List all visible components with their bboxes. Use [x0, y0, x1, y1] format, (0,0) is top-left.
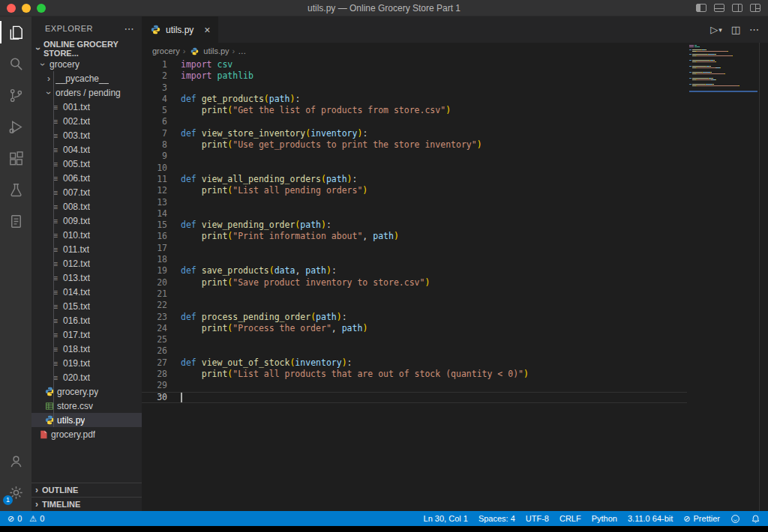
- code-line-4[interactable]: 4def get_products(path):: [142, 94, 687, 105]
- tree-item-011-txt[interactable]: ≡011.txt: [32, 242, 142, 256]
- code-line-25[interactable]: 25: [142, 334, 687, 345]
- activity-explorer[interactable]: [0, 16, 32, 48]
- toggle-panel-icon[interactable]: [714, 4, 724, 12]
- tree-item-orders-pending[interactable]: ›orders / pending: [32, 85, 142, 100]
- tree-item-002-txt[interactable]: ≡002.txt: [32, 114, 142, 128]
- status-python[interactable]: Python: [592, 514, 617, 523]
- tree-item-020-txt[interactable]: ≡020.txt: [32, 370, 142, 384]
- tree-item-018-txt[interactable]: ≡018.txt: [32, 342, 142, 356]
- tree-item-017-txt[interactable]: ≡017.txt: [32, 327, 142, 342]
- code-line-15[interactable]: 15def view_pending_order(path):: [142, 220, 687, 231]
- feedback-button[interactable]: [730, 514, 740, 524]
- code-line-30[interactable]: 30: [142, 392, 687, 403]
- code-line-11[interactable]: 11def view_all_pending_orders(path):: [142, 174, 687, 185]
- activity-search[interactable]: [0, 48, 32, 79]
- activity-run-debug[interactable]: [0, 111, 32, 142]
- tree-item-001-txt[interactable]: ≡001.txt: [32, 100, 142, 114]
- tree-item-007-txt[interactable]: ≡007.txt: [32, 185, 142, 199]
- code-line-7[interactable]: 7def view_store_inventory(inventory):: [142, 128, 687, 139]
- tree-item-003-txt[interactable]: ≡003.txt: [32, 128, 142, 142]
- explorer-more-actions-icon[interactable]: ⋯: [124, 23, 135, 34]
- code-line-3[interactable]: 3: [142, 82, 687, 94]
- workspace-section-header[interactable]: › ONLINE GROCERY STORE...: [32, 40, 142, 57]
- code-line-18[interactable]: 18: [142, 254, 687, 265]
- tree-item-005-txt[interactable]: ≡005.txt: [32, 157, 142, 171]
- status-ln-30-col-1[interactable]: Ln 30, Col 1: [424, 514, 468, 523]
- code-line-20[interactable]: 20 print("Save product inventory to stor…: [142, 277, 687, 288]
- tree-item-pycache[interactable]: ›__pycache__: [32, 71, 142, 85]
- tree-item-019-txt[interactable]: ≡019.txt: [32, 356, 142, 370]
- tree-item-grocery-pdf[interactable]: grocery.pdf: [32, 427, 142, 441]
- code-line-9[interactable]: 9: [142, 151, 687, 162]
- code-line-24[interactable]: 24 print("Process the order", path): [142, 323, 687, 334]
- code-line-14[interactable]: 14: [142, 208, 687, 220]
- account-button[interactable]: [0, 445, 32, 477]
- code-line-26[interactable]: 26: [142, 345, 687, 357]
- notifications-button[interactable]: [751, 514, 760, 524]
- code-line-16[interactable]: 16 print("Print information about", path…: [142, 231, 687, 242]
- code-line-8[interactable]: 8 print("Use get_products to print the s…: [142, 139, 687, 151]
- status-crlf[interactable]: CRLF: [560, 514, 581, 523]
- code-line-21[interactable]: 21: [142, 288, 687, 300]
- status-warnings-icon[interactable]: ⚠0: [29, 514, 44, 524]
- tree-item-012-txt[interactable]: ≡012.txt: [32, 256, 142, 270]
- activity-notes[interactable]: [0, 205, 32, 237]
- settings-badge: 1: [3, 495, 13, 505]
- code-line-22[interactable]: 22: [142, 300, 687, 311]
- code-line-19[interactable]: 19def save_products(data, path):: [142, 265, 687, 276]
- breadcrumb-symbol[interactable]: …: [238, 46, 246, 55]
- tree-item-016-txt[interactable]: ≡016.txt: [32, 313, 142, 327]
- close-window-button[interactable]: [7, 4, 16, 13]
- tree-item-009-txt[interactable]: ≡009.txt: [32, 214, 142, 228]
- code-line-17[interactable]: 17: [142, 243, 687, 254]
- tree-item-013-txt[interactable]: ≡013.txt: [32, 270, 142, 285]
- tree-item-grocery[interactable]: ›grocery: [32, 57, 142, 71]
- outline-panel-header[interactable]: › OUTLINE: [32, 483, 142, 497]
- toggle-secondary-sidebar-icon[interactable]: [732, 4, 742, 12]
- tab-utils-py[interactable]: utils.py ×: [142, 16, 219, 43]
- activity-testing[interactable]: [0, 174, 32, 205]
- status-spaces-4[interactable]: Spaces: 4: [478, 514, 515, 523]
- status-3-11-0-64-bit[interactable]: 3.11.0 64-bit: [628, 514, 673, 523]
- code-line-23[interactable]: 23def process_pending_order(path):: [142, 312, 687, 323]
- settings-button[interactable]: 1: [0, 477, 32, 508]
- activity-source-control[interactable]: [0, 79, 32, 111]
- toggle-primary-sidebar-icon[interactable]: [696, 4, 706, 12]
- tree-item-grocery-py[interactable]: grocery.py: [32, 384, 142, 399]
- breadcrumb-utils-py[interactable]: utils.py: [188, 46, 229, 55]
- tree-item-008-txt[interactable]: ≡008.txt: [32, 199, 142, 214]
- activity-extensions[interactable]: [0, 142, 32, 174]
- tree-item-004-txt[interactable]: ≡004.txt: [32, 142, 142, 157]
- tree-item-014-txt[interactable]: ≡014.txt: [32, 285, 142, 299]
- code-line-2[interactable]: 2import pathlib: [142, 70, 687, 82]
- code-editor[interactable]: 1import csv2import pathlib34def get_prod…: [142, 59, 687, 511]
- editor-more-actions-icon[interactable]: ⋯: [749, 24, 759, 35]
- tree-item-010-txt[interactable]: ≡010.txt: [32, 228, 142, 242]
- vertical-scrollbar[interactable]: [759, 43, 768, 511]
- status-prettier[interactable]: ⊘Prettier: [683, 514, 720, 524]
- customize-layout-icon[interactable]: [750, 4, 760, 12]
- split-editor-icon[interactable]: ◫: [731, 24, 740, 35]
- status-errors-icon[interactable]: ⊘0: [8, 514, 22, 524]
- tree-item-015-txt[interactable]: ≡015.txt: [32, 299, 142, 313]
- code-line-6[interactable]: 6: [142, 116, 687, 127]
- tree-item-006-txt[interactable]: ≡006.txt: [32, 171, 142, 185]
- code-line-13[interactable]: 13: [142, 197, 687, 208]
- code-line-29[interactable]: 29: [142, 380, 687, 391]
- code-line-1[interactable]: 1import csv: [142, 59, 687, 70]
- minimap[interactable]: [687, 43, 759, 511]
- tree-item-store-csv[interactable]: store.csv: [32, 399, 142, 413]
- code-line-27[interactable]: 27def view_out_of_stock(inventory):: [142, 357, 687, 369]
- close-tab-icon[interactable]: ×: [204, 24, 210, 36]
- zoom-window-button[interactable]: [37, 4, 46, 13]
- code-line-12[interactable]: 12 print("List all pending orders"): [142, 185, 687, 196]
- code-line-5[interactable]: 5 print("Get the list of products from s…: [142, 105, 687, 116]
- tree-item-utils-py[interactable]: utils.py: [32, 413, 142, 427]
- run-python-file-button[interactable]: ▷▾: [710, 24, 722, 35]
- status-utf-8[interactable]: UTF-8: [526, 514, 549, 523]
- minimize-window-button[interactable]: [22, 4, 31, 13]
- timeline-panel-header[interactable]: › TIMELINE: [32, 497, 142, 511]
- code-line-28[interactable]: 28 print("List all products that are out…: [142, 369, 687, 380]
- code-line-10[interactable]: 10: [142, 163, 687, 174]
- breadcrumb-grocery[interactable]: grocery: [152, 46, 180, 55]
